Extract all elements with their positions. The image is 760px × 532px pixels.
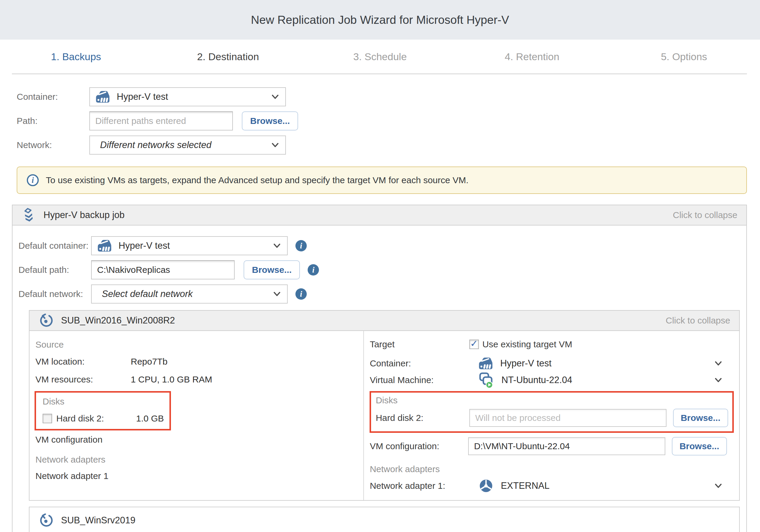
collapse-hint[interactable]: Click to collapse xyxy=(666,315,730,325)
target-vm-configuration-row: VM configuration: Browse... xyxy=(370,437,739,456)
vm-resources-row: VM resources: 1 CPU, 1.0 GB RAM xyxy=(35,374,363,385)
hyperv-host-icon xyxy=(98,239,111,252)
target-container-label: Container: xyxy=(370,358,468,368)
hard-disk-label: Hard disk 2: xyxy=(56,413,136,423)
browse-default-path-button[interactable]: Browse... xyxy=(244,260,300,279)
vm-sub-panel: SUB_Win2016_Win2008R2 Click to collapse … xyxy=(29,310,740,501)
chevron-down-icon xyxy=(272,95,279,99)
target-vm-configuration-input[interactable] xyxy=(468,437,665,455)
default-path-row: Default path: Browse... i xyxy=(19,260,746,279)
hard-disk-checkbox[interactable] xyxy=(43,414,52,423)
network-select[interactable]: Different networks selected xyxy=(89,135,286,155)
default-path-input[interactable] xyxy=(91,260,235,279)
vm-sub-panel-collapsed[interactable]: SUB_WinSrv2019 xyxy=(29,507,740,532)
target-virtual-machine-row: Virtual Machine: NT-Ubuntu-22.04 xyxy=(370,372,739,388)
network-value: Different networks selected xyxy=(100,140,212,150)
hard-disk-size: 1.0 GB xyxy=(136,413,164,423)
vm-sub-panel-content: Source VM location: Repo7Tb VM resources… xyxy=(29,331,739,500)
source-network-adapter-label: Network adapter 1 xyxy=(35,471,363,481)
network-adapter-icon xyxy=(479,479,493,493)
vm-location-row: VM location: Repo7Tb xyxy=(35,357,363,367)
container-value: Hyper-V test xyxy=(117,91,168,102)
virtual-machine-label: Virtual Machine: xyxy=(370,375,468,385)
container-select[interactable]: Hyper-V test xyxy=(89,87,286,106)
target-network-adapter-label: Network adapter 1: xyxy=(370,481,468,491)
default-path-label: Default path: xyxy=(19,265,91,275)
target-network-adapter-row: Network adapter 1: EXTERNAL xyxy=(370,479,739,493)
use-existing-target-vm-checkbox[interactable] xyxy=(469,340,479,349)
info-icon: i xyxy=(27,174,39,186)
target-disks-annotation: Disks Hard disk 2: Browse... xyxy=(370,391,734,433)
default-container-value: Hyper-V test xyxy=(119,240,170,251)
default-network-value: Select default network xyxy=(102,289,193,299)
tab-destination[interactable]: 2. Destination xyxy=(152,51,304,63)
chevron-down-icon[interactable] xyxy=(715,484,722,488)
info-banner-text: To use existing VMs as targets, expand t… xyxy=(46,175,468,185)
default-network-select[interactable]: Select default network xyxy=(91,284,288,304)
default-container-label: Default container: xyxy=(19,241,91,251)
container-label: Container: xyxy=(17,92,89,102)
source-disks-heading: Disks xyxy=(43,397,169,406)
replication-sub-job-icon xyxy=(39,513,53,527)
vm-sub-panel-title: SUB_Win2016_Win2008R2 xyxy=(61,315,175,326)
target-network-adapter-value: EXTERNAL xyxy=(501,480,550,491)
tab-schedule[interactable]: 3. Schedule xyxy=(304,51,456,63)
vm-location-label: VM location: xyxy=(35,357,131,367)
backup-job-body: Default container: Hyper-V test i Defaul… xyxy=(13,225,746,532)
tab-retention[interactable]: 4. Retention xyxy=(456,51,608,63)
path-input[interactable] xyxy=(89,112,233,130)
page-title: New Replication Job Wizard for Microsoft… xyxy=(251,13,509,26)
replication-sub-job-icon xyxy=(39,314,53,327)
vm-location-value: Repo7Tb xyxy=(131,357,167,367)
wizard-steps: 1. Backups 2. Destination 3. Schedule 4.… xyxy=(0,40,760,73)
target-column: Target Use existing target VM Container:… xyxy=(364,331,739,500)
source-hard-disk-row: Hard disk 2: 1.0 GB xyxy=(43,413,169,423)
hyperv-host-icon xyxy=(479,357,493,370)
network-row: Network: Different networks selected xyxy=(17,135,760,155)
target-heading: Target xyxy=(370,340,468,349)
backup-job-header[interactable]: Hyper-V backup job Click to collapse xyxy=(13,205,746,225)
target-heading-row: Target Use existing target VM xyxy=(370,339,739,349)
target-hard-disk-input[interactable] xyxy=(469,409,666,427)
browse-path-button[interactable]: Browse... xyxy=(242,112,298,130)
browse-target-disk-button[interactable]: Browse... xyxy=(673,409,728,427)
network-label: Network: xyxy=(17,140,89,150)
target-network-adapters-heading: Network adapters xyxy=(370,464,739,474)
chevron-down-icon[interactable] xyxy=(715,361,722,366)
target-hard-disk-row: Hard disk 2: Browse... xyxy=(376,409,728,427)
target-container-row: Container: Hyper-V test xyxy=(370,357,739,370)
info-icon[interactable]: i xyxy=(295,288,307,300)
info-icon[interactable]: i xyxy=(308,264,319,275)
chevron-down-icon xyxy=(273,244,281,248)
collapse-hint[interactable]: Click to collapse xyxy=(673,210,737,220)
hyperv-host-icon xyxy=(96,91,110,103)
source-network-adapters-heading: Network adapters xyxy=(35,455,363,464)
use-existing-target-vm-label: Use existing target VM xyxy=(482,339,572,349)
default-container-select[interactable]: Hyper-V test xyxy=(91,236,288,255)
chevron-down-icon xyxy=(273,292,281,296)
browse-vm-configuration-button[interactable]: Browse... xyxy=(672,437,727,456)
path-label: Path: xyxy=(17,116,89,126)
info-icon[interactable]: i xyxy=(295,240,307,251)
target-hard-disk-label: Hard disk 2: xyxy=(376,413,469,423)
info-banner: i To use existing VMs as targets, expand… xyxy=(17,167,747,194)
source-heading: Source xyxy=(35,340,363,349)
backup-job-panel: Hyper-V backup job Click to collapse Def… xyxy=(12,205,747,532)
container-row: Container: Hyper-V test xyxy=(17,87,760,106)
target-vm-configuration-label: VM configuration: xyxy=(370,441,468,451)
vm-sub-panel-collapsed-title: SUB_WinSrv2019 xyxy=(61,515,135,526)
default-network-row: Default network: Select default network … xyxy=(19,284,746,304)
target-disks-heading: Disks xyxy=(376,396,728,405)
source-vm-configuration-label: VM configuration xyxy=(35,435,363,445)
chevron-down-icon xyxy=(272,143,279,147)
path-row: Path: Browse... xyxy=(17,112,760,130)
tab-options[interactable]: 5. Options xyxy=(608,51,760,63)
destination-form: Container: Hyper-V test Path: Browse... … xyxy=(0,74,760,155)
tab-backups[interactable]: 1. Backups xyxy=(0,51,152,63)
source-column: Source VM location: Repo7Tb VM resources… xyxy=(29,331,364,500)
vm-sub-panel-header[interactable]: SUB_Win2016_Win2008R2 Click to collapse xyxy=(29,311,739,331)
chevron-down-icon[interactable] xyxy=(715,378,722,382)
target-container-value: Hyper-V test xyxy=(500,358,551,369)
default-container-row: Default container: Hyper-V test i xyxy=(19,236,746,255)
backup-job-icon xyxy=(21,207,36,223)
